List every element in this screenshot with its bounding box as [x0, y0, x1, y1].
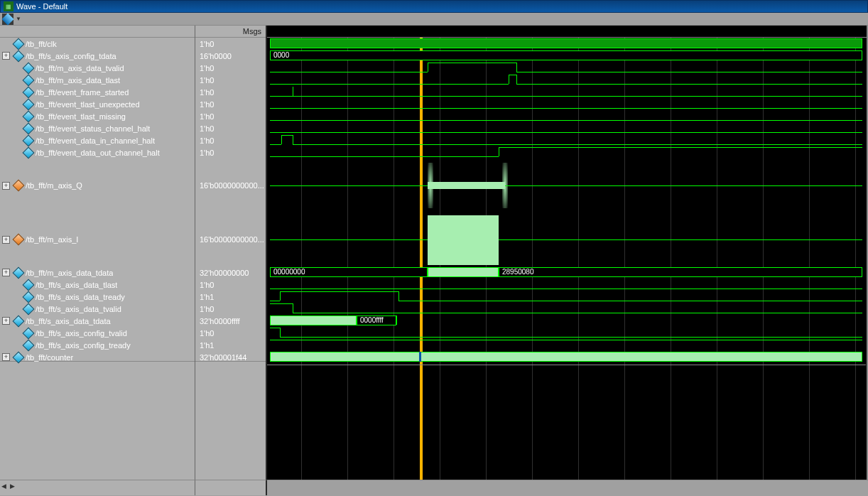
value-row: 1'h1 [195, 291, 266, 303]
window-title: Wave - Default [16, 2, 67, 11]
signal-row[interactable]: /tb_fft/event_data_in_channel_halt [0, 134, 195, 146]
signal-row[interactable]: /tb_fft/s_axis_data_tlast [0, 279, 195, 291]
signal-value: 1'h0 [195, 149, 214, 157]
scroll-left-icon[interactable]: ◀ [1, 482, 9, 491]
signal-column-header [0, 26, 195, 38]
signal-name: /tb_fft/event_data_in_channel_halt [36, 136, 155, 145]
waveform-bit [499, 147, 862, 148]
waveform-area[interactable]: 000000000000289500800000ffff [267, 38, 868, 480]
expand-button[interactable]: + [2, 182, 10, 190]
signal-row[interactable]: /tb_fft/clk [0, 38, 195, 50]
signal-name: /tb_fft/s_axis_data_tvalid [36, 305, 121, 313]
signal-icon [13, 266, 25, 279]
signal-row[interactable]: /tb_fft/m_axis_data_tvalid [0, 62, 195, 74]
signal-value: 16'h0000 [195, 52, 232, 60]
signal-row[interactable]: /tb_fft/s_axis_data_tvalid [0, 303, 195, 315]
value-row: 16'b0000000000... [195, 158, 266, 212]
waveform-bit [270, 96, 862, 97]
waveform-bus: 0000ffff [357, 316, 396, 325]
signal-value: 16'b0000000000... [195, 235, 264, 244]
waveform-bit [270, 132, 862, 133]
value-row: 1'h0 [195, 110, 266, 122]
signal-list[interactable]: /tb_fft/clk+/tb_fft/s_axis_config_tdata/… [0, 38, 195, 480]
wave-toolbar: ▼ [0, 13, 868, 26]
scroll-right-icon[interactable]: ▶ [10, 482, 17, 491]
signal-row[interactable]: +/tb_fft/s_axis_config_tdata [0, 50, 195, 62]
signal-name: /tb_fft/m_axis_data_tlast [36, 76, 120, 85]
expand-button[interactable]: + [2, 52, 10, 60]
waveform-bit [293, 313, 862, 313]
value-row: 1'h0 [195, 98, 266, 110]
signal-row[interactable]: /tb_fft/event_tlast_unexpected [0, 98, 195, 110]
signal-icon [13, 351, 25, 363]
signal-row[interactable]: /tb_fft/s_axis_data_tready [0, 291, 195, 303]
signal-name: /tb_fft/m_axis_data_tvalid [36, 64, 124, 72]
waveform-bit [398, 301, 862, 301]
signal-name: /tb_fft/event_frame_started [36, 88, 129, 97]
signal-icon [23, 62, 35, 74]
signal-name: /tb_fft/s_axis_data_tready [36, 293, 125, 301]
signal-row[interactable]: /tb_fft/s_axis_config_tvalid [0, 327, 195, 339]
signal-icon [13, 315, 25, 327]
value-column-header: Msgs [195, 26, 266, 38]
signal-row[interactable]: +/tb_fft/counter [0, 351, 195, 363]
signal-value: 1'h0 [195, 88, 214, 97]
signal-name: /tb_fft/event_status_channel_halt [36, 124, 150, 133]
value-row: 1'h0 [195, 62, 266, 74]
waveform-bit [280, 337, 862, 338]
signal-name: /tb_fft/event_tlast_missing [36, 112, 126, 121]
signal-row[interactable]: /tb_fft/event_tlast_missing [0, 110, 195, 122]
value-row: 1'h0 [195, 134, 266, 146]
value-row: 1'h1 [195, 339, 266, 351]
signal-name: /tb_fft/event_tlast_unexpected [36, 100, 140, 109]
value-row: 1'h0 [195, 74, 266, 86]
waveform-bit [270, 289, 862, 289]
value-row: 1'h0 [195, 146, 266, 158]
signal-row[interactable]: /tb_fft/event_frame_started [0, 86, 195, 98]
waveform-bus [270, 352, 862, 362]
wave-footer[interactable] [267, 480, 868, 495]
signal-name: /tb_fft/s_axis_data_tdata [26, 317, 111, 325]
signal-icon [23, 279, 35, 291]
value-row: 1'h0 [195, 303, 266, 315]
expand-button[interactable]: + [2, 236, 10, 244]
value-row: 1'h0 [195, 122, 266, 134]
expand-button[interactable]: + [2, 317, 10, 325]
signal-footer: ◀ ▶ [0, 480, 195, 495]
expand-button[interactable]: + [2, 269, 10, 276]
signal-icon [23, 74, 35, 86]
value-row: 16'h0000 [195, 50, 266, 62]
signal-row[interactable]: +/tb_fft/s_axis_data_tdata [0, 315, 195, 327]
signal-icon [23, 339, 35, 351]
signal-value: 1'h0 [195, 100, 214, 109]
signal-row[interactable]: /tb_fft/event_status_channel_halt [0, 122, 195, 134]
signal-row[interactable]: /tb_fft/m_axis_data_tlast [0, 74, 195, 86]
signal-row[interactable]: +/tb_fft/m_axis_Q [0, 158, 195, 212]
signal-row[interactable]: /tb_fft/event_data_out_channel_halt [0, 146, 195, 158]
signal-name: /tb_fft/s_axis_config_tready [36, 341, 131, 350]
waveform-bit [516, 72, 862, 72]
waveform-analog [270, 185, 428, 186]
value-row: 16'b0000000000... [195, 212, 266, 266]
waveform-bus: 0000 [270, 50, 862, 60]
signal-name: /tb_fft/event_data_out_channel_halt [36, 149, 160, 157]
signal-value: 32'h0000ffff [195, 317, 240, 325]
gem-icon[interactable] [2, 14, 13, 25]
signal-name: /tb_fft/s_axis_config_tdata [26, 52, 116, 60]
signal-name: /tb_fft/counter [26, 353, 73, 362]
expand-button[interactable]: + [2, 353, 10, 361]
signal-name: /tb_fft/s_axis_data_tlast [36, 281, 117, 289]
value-row: 32'h00001f44 [195, 351, 266, 363]
window-titlebar: ▦ Wave - Default [0, 0, 868, 13]
signal-icon [23, 86, 35, 98]
value-footer [195, 480, 267, 495]
dropdown-arrow-icon[interactable]: ▼ [15, 14, 22, 25]
signal-icon [23, 98, 35, 110]
signal-row[interactable]: +/tb_fft/m_axis_data_tdata [0, 266, 195, 279]
signal-name: /tb_fft/m_axis_data_tdata [26, 269, 113, 277]
signal-icon [13, 234, 25, 246]
signal-row[interactable]: +/tb_fft/m_axis_I [0, 212, 195, 266]
wave-column-header [267, 26, 867, 38]
signal-row[interactable]: /tb_fft/s_axis_config_tready [0, 339, 195, 351]
signal-value: 1'h0 [195, 40, 214, 48]
